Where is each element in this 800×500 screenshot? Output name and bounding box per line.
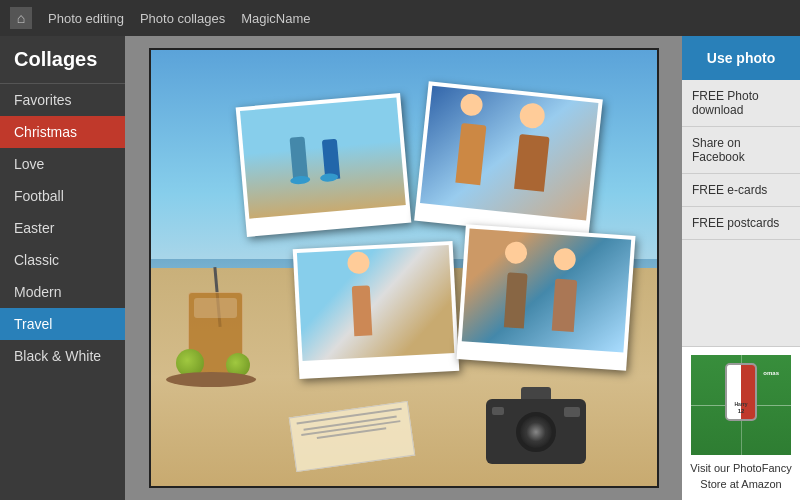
right-panel-link-facebook[interactable]: Share on Facebook [682, 127, 800, 174]
amazon-ad-image: Harry 12 omas [691, 355, 791, 455]
drink [176, 267, 256, 377]
photo-card-inner-1 [239, 97, 405, 218]
right-panel-link-postcards[interactable]: FREE postcards [682, 207, 800, 240]
use-photo-button[interactable]: Use photo [682, 36, 800, 80]
sidebar-item-love[interactable]: Love [0, 148, 125, 180]
topbar-link-magicname[interactable]: MagicName [241, 11, 310, 26]
sidebar-item-football[interactable]: Football [0, 180, 125, 212]
amazon-ad[interactable]: Harry 12 omas Visit our PhotoFancy Store… [682, 346, 800, 500]
sidebar-item-travel[interactable]: Travel [0, 308, 125, 340]
camera [486, 384, 606, 464]
photo-card-inner-2 [420, 86, 598, 221]
collage-canvas[interactable] [149, 48, 659, 488]
topbar: ⌂ Photo editing Photo collages MagicName [0, 0, 800, 36]
topbar-link-photo-collages[interactable]: Photo collages [140, 11, 225, 26]
sidebar-item-favorites[interactable]: Favorites [0, 84, 125, 116]
home-button[interactable]: ⌂ [10, 7, 32, 29]
right-panel: Use photo FREE Photo download Share on F… [682, 36, 800, 500]
home-icon: ⌂ [17, 10, 25, 26]
photo-card-2 [414, 81, 603, 239]
sidebar-item-christmas[interactable]: Christmas [0, 116, 125, 148]
photo-card-1 [235, 93, 411, 237]
amazon-ad-text: Visit our PhotoFancy Store at Amazon [690, 461, 792, 492]
sidebar-item-black-white[interactable]: Black & White [0, 340, 125, 372]
photo-card-3 [292, 241, 459, 379]
camera-lens [516, 412, 556, 452]
camera-body [486, 399, 586, 464]
sidebar-item-modern[interactable]: Modern [0, 276, 125, 308]
photo-card-inner-3 [296, 245, 453, 361]
right-panel-link-ecards[interactable]: FREE e-cards [682, 174, 800, 207]
main-layout: Collages Favorites Christmas Love Footba… [0, 36, 800, 500]
sidebar-title: Collages [0, 36, 125, 84]
center-content [125, 36, 682, 500]
sidebar-item-easter[interactable]: Easter [0, 212, 125, 244]
photo-card-4 [456, 224, 635, 371]
right-panel-link-download[interactable]: FREE Photo download [682, 80, 800, 127]
photo-card-inner-4 [461, 229, 630, 353]
camera-top [521, 387, 551, 399]
sidebar-item-classic[interactable]: Classic [0, 244, 125, 276]
sidebar: Collages Favorites Christmas Love Footba… [0, 36, 125, 500]
topbar-link-photo-editing[interactable]: Photo editing [48, 11, 124, 26]
